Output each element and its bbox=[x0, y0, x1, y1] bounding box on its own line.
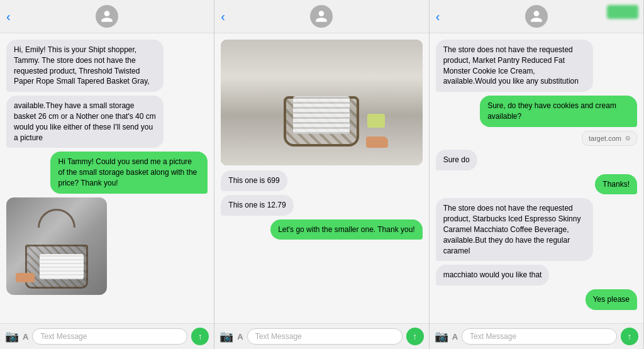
app-icon[interactable]: A bbox=[237, 332, 243, 341]
camera-icon[interactable]: 📷 bbox=[5, 330, 19, 343]
send-button-2[interactable]: ↑ bbox=[406, 328, 424, 345]
message-bubble: Hi, Emily! This is your Shipt shopper, T… bbox=[6, 40, 164, 92]
message-bubble: available.They have a small storage bask… bbox=[6, 96, 164, 148]
messages-area-3: The store does not have the requested pr… bbox=[430, 33, 643, 323]
phone-panel-2: ‹ This one is 699 This one is 12.79 Let'… bbox=[214, 0, 429, 349]
back-arrow-1[interactable]: ‹ bbox=[6, 9, 11, 24]
message-bubble: Let's go with the smaller one. Thank you… bbox=[270, 219, 423, 240]
back-arrow-3[interactable]: ‹ bbox=[436, 9, 440, 24]
message-bubble: This one is 699 bbox=[221, 170, 287, 191]
message-bubble: Thanks! bbox=[595, 174, 637, 195]
message-bubble: Yes please bbox=[586, 289, 637, 310]
phone-panel-1: ‹ Hi, Emily! This is your Shipt shopper,… bbox=[0, 0, 214, 349]
message-bubble: Hi Tammy! Could you send me a picture of… bbox=[50, 152, 208, 193]
message-bubble: macchiato would you like that bbox=[436, 265, 550, 285]
messages-area-1: Hi, Emily! This is your Shipt shopper, T… bbox=[0, 33, 214, 323]
target-link[interactable]: target.com ⊙ bbox=[582, 131, 637, 146]
input-bar-3: 📷 A Text Message ↑ bbox=[430, 323, 643, 349]
input-bar-1: 📷 A Text Message ↑ bbox=[0, 323, 214, 349]
message-bubble: The store does not have the requested pr… bbox=[436, 198, 593, 261]
header-3: ‹ bbox=[430, 0, 643, 33]
basket-image-center bbox=[221, 40, 422, 165]
message-bubble: The store does not have the requested pr… bbox=[436, 40, 593, 92]
app-icon[interactable]: A bbox=[452, 332, 458, 341]
green-blur-decoration bbox=[607, 5, 638, 19]
avatar-1 bbox=[96, 5, 118, 28]
send-button-1[interactable]: ↑ bbox=[191, 328, 209, 345]
message-bubble: Sure do bbox=[436, 150, 477, 170]
messages-area-2: This one is 699 This one is 12.79 Let's … bbox=[214, 33, 428, 323]
header-2: ‹ bbox=[214, 0, 428, 33]
camera-icon[interactable]: 📷 bbox=[435, 330, 448, 343]
input-bar-2: 📷 A Text Message ↑ bbox=[214, 323, 428, 349]
basket-image-left bbox=[6, 197, 107, 295]
text-input-3[interactable]: Text Message bbox=[462, 328, 617, 345]
avatar-3 bbox=[525, 5, 548, 28]
text-input-2[interactable]: Text Message bbox=[247, 328, 402, 345]
avatar-2 bbox=[310, 5, 333, 28]
app-icon[interactable]: A bbox=[23, 332, 28, 341]
phone-panel-3: ‹ The store does not have the requested … bbox=[430, 0, 644, 349]
header-1: ‹ bbox=[0, 0, 214, 33]
text-input-1[interactable]: Text Message bbox=[32, 328, 187, 345]
back-arrow-2[interactable]: ‹ bbox=[221, 9, 225, 24]
target-link-text: target.com bbox=[589, 135, 621, 142]
message-bubble: This one is 12.79 bbox=[221, 195, 293, 216]
send-button-3[interactable]: ↑ bbox=[621, 328, 638, 345]
external-link-icon: ⊙ bbox=[625, 135, 630, 141]
message-bubble: Sure, do they have cookies and cream ava… bbox=[480, 96, 637, 127]
camera-icon[interactable]: 📷 bbox=[219, 330, 233, 343]
